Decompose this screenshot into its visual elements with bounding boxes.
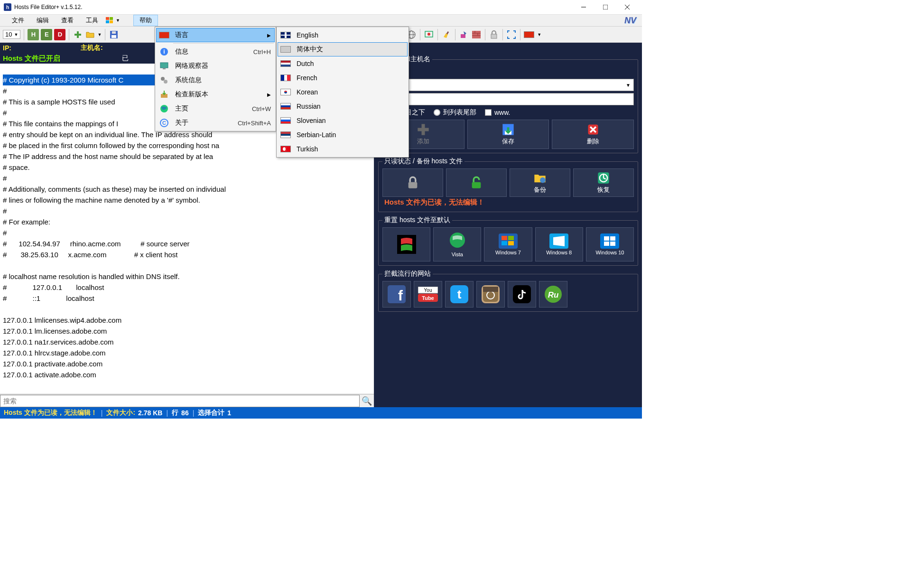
editor-line[interactable]: # This is a sample HOSTS file used [3, 98, 115, 106]
ip-combobox[interactable]: 1▼ [382, 79, 634, 91]
menu-sysinfo[interactable]: 系统信息 [156, 73, 275, 87]
editor-line[interactable]: # 102.54.94.97 rhino.acme.com # source s… [3, 240, 190, 248]
lang-chinese[interactable]: 简体中文 [278, 42, 408, 56]
menu-language[interactable]: 语言 ▶ [156, 28, 275, 42]
editor-line[interactable]: 127.0.0.1 hlrcv.stage.adobe.com [3, 349, 106, 357]
screen-icon[interactable] [424, 29, 434, 40]
tool-d-button[interactable]: D [54, 29, 65, 40]
lang-turkish[interactable]: Turkish [278, 142, 408, 156]
save-button[interactable]: 保存 [467, 120, 549, 149]
restore-button[interactable]: 恢复 [573, 168, 634, 197]
lang-korean[interactable]: Korean [278, 85, 408, 99]
close-button[interactable] [616, 0, 638, 14]
paint-icon[interactable] [459, 29, 469, 40]
block-facebook[interactable]: f [382, 281, 411, 308]
tool-e-button[interactable]: E [41, 29, 52, 40]
menu-info[interactable]: i 信息 Ctrl+H [156, 45, 275, 59]
radio-list-end[interactable]: 到列表尾部 [434, 108, 476, 117]
lang-english[interactable]: English [278, 28, 408, 42]
editor-line[interactable]: # For example: [3, 218, 50, 226]
block-tiktok[interactable] [508, 281, 536, 308]
editor-line[interactable]: 127.0.0.1 lm.licenses.adobe.com [3, 327, 107, 335]
svg-rect-61 [388, 285, 406, 303]
box-down-icon [159, 89, 169, 100]
save-icon[interactable] [109, 29, 119, 40]
editor-line[interactable]: # Additionally, comments (such as these)… [3, 185, 226, 193]
menu-about[interactable]: C 关于 Ctrl+Shift+A [156, 116, 275, 130]
menu-home[interactable]: 主页 Ctrl+W [156, 102, 275, 116]
menu-view[interactable]: 查看 [55, 15, 80, 26]
editor-line[interactable]: # The IP address and the host name shoul… [3, 152, 213, 160]
editor-line[interactable]: 127.0.0.1 practivate.adobe.com [3, 360, 102, 368]
menu-netwatch[interactable]: 网络观察器 [156, 59, 275, 73]
editor-line[interactable]: # [3, 109, 7, 117]
menubar: 文件 编辑 查看 工具 ▼ 帮助 NV [0, 14, 642, 27]
block-twitter[interactable]: t [445, 281, 474, 308]
clean-icon[interactable] [441, 29, 452, 40]
delete-button[interactable]: 删除 [552, 120, 634, 149]
window-title: Hosts File Editor+ v.1.5.12. [14, 4, 83, 10]
slovenia-flag-icon [280, 117, 291, 124]
editor-line[interactable]: # ::1 localhost [3, 294, 94, 302]
editor-line[interactable]: 127.0.0.1 activate.adobe.com [3, 371, 96, 379]
lang-french[interactable]: French [278, 71, 408, 85]
chevron-down-icon[interactable]: ▼ [537, 32, 541, 37]
block-instagram[interactable] [476, 281, 505, 308]
reset-vista-button[interactable]: Vista [433, 227, 481, 261]
search-icon[interactable]: 🔍 [360, 396, 374, 406]
reset-win8-button[interactable]: Windows 8 [535, 227, 583, 261]
minimize-button[interactable] [573, 0, 594, 14]
lang-russian[interactable]: Russian [278, 99, 408, 113]
add-icon[interactable] [73, 29, 83, 40]
editor-line[interactable]: # entry should be kept on an individual … [3, 131, 212, 139]
menu-help[interactable]: 帮助 [133, 15, 158, 26]
editor-line[interactable]: # [3, 229, 7, 237]
editor-line[interactable]: # [3, 87, 7, 95]
unlock-button[interactable] [446, 168, 507, 197]
editor-line[interactable]: 127.0.0.1 na1r.services.adobe.com [3, 338, 113, 346]
chevron-down-icon[interactable]: ▼ [97, 32, 102, 37]
editor-line[interactable]: # [3, 174, 7, 182]
editor-line[interactable]: # 127.0.0.1 localhost [3, 283, 104, 291]
reset-xp-button[interactable] [382, 227, 430, 261]
reset-win7-button[interactable]: Windows 7 [484, 227, 532, 261]
status-line-label: 行 [172, 409, 178, 417]
fullscreen-icon[interactable] [506, 29, 517, 40]
checkbox-www[interactable]: www. [485, 109, 510, 116]
chevron-down-icon[interactable]: ▼ [116, 18, 120, 23]
menu-edit[interactable]: 编辑 [30, 15, 55, 26]
reset-win10-button[interactable]: Windows 10 [586, 227, 634, 261]
menu-tools[interactable]: 工具 [80, 15, 104, 26]
svg-rect-6 [106, 20, 109, 23]
folder-open-icon[interactable] [85, 29, 95, 40]
svg-rect-57 [604, 236, 609, 241]
menu-checkupdate[interactable]: 检查新版本 ▶ [156, 87, 275, 102]
search-input[interactable] [0, 395, 360, 407]
editor-line[interactable]: # be placed in the first column followed… [3, 141, 219, 149]
tool-h-button[interactable]: H [28, 29, 39, 40]
menu-file[interactable]: 文件 [6, 15, 30, 26]
editor-line[interactable]: # 38.25.63.10 x.acme.com # x client host [3, 251, 178, 259]
hostname-input[interactable] [382, 93, 634, 105]
lock-button[interactable] [382, 168, 443, 197]
maximize-button[interactable] [594, 0, 616, 14]
group-ip-host: P 地址和主机名 址: 1▼ 选项目之下 到列表尾部 www. 添加 [378, 55, 638, 153]
block-rutracker[interactable]: Ru [539, 281, 567, 308]
editor-line[interactable]: # space. [3, 163, 30, 171]
editor-line[interactable]: 127.0.0.1 lmlicenses.wip4.adobe.com [3, 316, 121, 324]
windows-flag-icon[interactable] [104, 15, 115, 26]
lang-dutch[interactable]: Dutch [278, 56, 408, 71]
china-flag-icon[interactable] [524, 31, 534, 38]
editor-line[interactable]: # [3, 207, 7, 215]
lang-slovenian[interactable]: Slovenian [278, 113, 408, 128]
editor-line[interactable]: # This file contains the mappings of I [3, 120, 118, 128]
wall-icon[interactable] [471, 29, 482, 40]
backup-button[interactable]: 备份 [510, 168, 570, 197]
block-youtube[interactable]: YouTube [414, 281, 442, 308]
svg-rect-30 [160, 63, 168, 68]
lang-serbian[interactable]: Serbian-Latin [278, 128, 408, 142]
lock-icon[interactable] [489, 29, 499, 40]
editor-line[interactable]: # localhost name resolution is handled w… [3, 272, 180, 280]
editor-line[interactable]: # lines or following the machine name de… [3, 196, 200, 204]
font-size-selector[interactable]: 10▼ [3, 30, 20, 39]
